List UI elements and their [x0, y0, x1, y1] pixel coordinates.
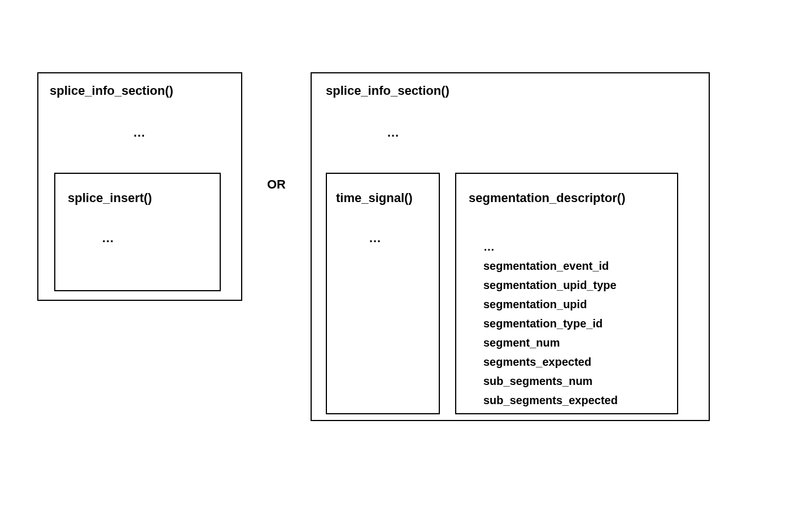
splice-insert-ellipsis: …	[102, 231, 207, 246]
left-section-title: splice_info_section()	[50, 84, 230, 98]
seg-field-ellipsis: …	[483, 237, 665, 256]
splice-insert-title: splice_insert()	[68, 191, 207, 205]
seg-desc-title: segmentation_descriptor()	[469, 191, 665, 205]
seg-field-sub-segments-expected: sub_segments_expected	[483, 391, 665, 410]
seg-field-type-id: segmentation_type_id	[483, 314, 665, 333]
right-inner-row: time_signal() … segmentation_descriptor(…	[326, 173, 695, 414]
seg-field-event-id: segmentation_event_id	[483, 256, 665, 275]
seg-field-sub-segments-num: sub_segments_num	[483, 371, 665, 391]
left-splice-info-section: splice_info_section() … splice_insert() …	[37, 72, 242, 301]
right-ellipsis: …	[387, 125, 695, 140]
seg-field-upid: segmentation_upid	[483, 295, 665, 314]
diagram-container: splice_info_section() … splice_insert() …	[37, 72, 710, 421]
seg-field-segment-num: segment_num	[483, 333, 665, 352]
time-signal-box: time_signal() …	[326, 173, 440, 414]
right-section-title: splice_info_section()	[326, 84, 695, 98]
seg-field-segments-expected: segments_expected	[483, 352, 665, 371]
splice-insert-box: splice_insert() …	[54, 173, 221, 291]
segmentation-descriptor-box: segmentation_descriptor() … segmentation…	[455, 173, 678, 414]
right-splice-info-section: splice_info_section() … time_signal() … …	[311, 72, 710, 421]
seg-fields-list: … segmentation_event_id segmentation_upi…	[483, 237, 665, 410]
time-signal-ellipsis: …	[369, 231, 430, 246]
or-label: OR	[267, 177, 286, 192]
left-ellipsis: …	[50, 125, 230, 140]
seg-field-upid-type: segmentation_upid_type	[483, 275, 665, 295]
time-signal-title: time_signal()	[336, 191, 430, 205]
